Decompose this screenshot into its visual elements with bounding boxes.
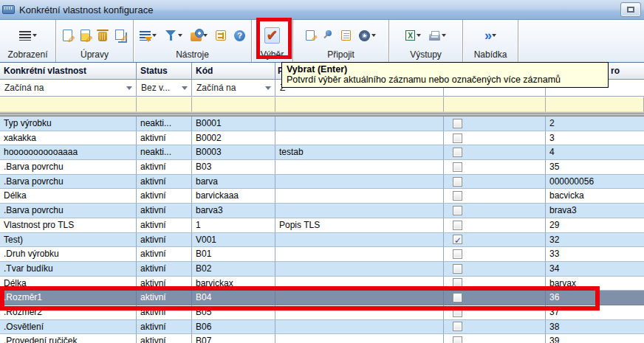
cell-cislo: 39 xyxy=(546,334,644,343)
cell-popis xyxy=(275,160,444,175)
group-label-nastroje: Nástroje xyxy=(134,49,251,62)
row-checkbox[interactable] xyxy=(453,191,462,201)
filter-select-status[interactable]: Bez v... xyxy=(137,80,192,97)
row-checkbox[interactable] xyxy=(453,148,462,157)
column-header-kod[interactable]: Kód xyxy=(192,63,275,80)
sort-button[interactable] xyxy=(138,30,158,42)
cell-kod: barvickax xyxy=(192,277,275,291)
cell-cislo: 29 xyxy=(546,218,644,233)
view-button[interactable] xyxy=(18,30,38,42)
table-row[interactable]: Typ výrobku neakti... B0001 2 xyxy=(0,117,644,131)
table-row[interactable]: Délka aktivní barvickax barvax xyxy=(0,277,644,291)
row-checkbox[interactable] xyxy=(453,293,462,302)
print-button[interactable] xyxy=(428,29,448,42)
filter-button[interactable] xyxy=(163,29,184,42)
row-checkbox[interactable] xyxy=(453,206,462,215)
chevron-down-icon xyxy=(442,34,446,37)
row-checkbox[interactable] xyxy=(453,322,462,331)
cell-konkretni-vlastnost: .Tvar budíku xyxy=(0,262,137,277)
select-button[interactable]: ✔ xyxy=(264,27,281,44)
maximize-button[interactable] xyxy=(620,2,641,17)
row-checkbox[interactable] xyxy=(453,134,462,143)
table-row[interactable]: .Barva povrchu aktivní B03 35 xyxy=(0,160,644,175)
row-checkbox[interactable] xyxy=(453,264,462,274)
filter-input-checkbox[interactable] xyxy=(444,97,546,112)
cell-kod: B02 xyxy=(192,262,275,277)
ruler-app-icon xyxy=(2,5,15,14)
table-row[interactable]: .Rozměr2 aktivní B05 37 xyxy=(0,305,644,320)
filter-input-kod[interactable] xyxy=(192,97,275,112)
help-button[interactable]: ? xyxy=(233,29,247,43)
cell-checkbox xyxy=(444,320,546,335)
new-record-icon xyxy=(63,30,72,41)
cell-checkbox xyxy=(444,233,546,248)
help-icon: ? xyxy=(234,30,245,41)
row-checkbox[interactable] xyxy=(453,249,462,259)
cell-popis xyxy=(275,262,444,277)
row-checkbox[interactable] xyxy=(453,221,462,230)
table-row[interactable]: .Tvar budíku aktivní B02 34 xyxy=(0,262,644,277)
filter-input-vlastnost[interactable] xyxy=(0,97,137,112)
cell-konkretni-vlastnost: .Rozměr1 xyxy=(0,291,137,305)
toolbar-group-zobrazeni: Zobrazení xyxy=(0,20,56,62)
row-checkbox[interactable] xyxy=(453,162,462,172)
table-row[interactable]: .Provedení ručiček aktivní B07 39 xyxy=(0,334,644,343)
cell-status: aktivní xyxy=(137,277,192,291)
media-button[interactable] xyxy=(357,29,377,43)
row-checkbox[interactable] xyxy=(453,119,462,128)
table-row[interactable]: .Druh výrobku aktivní B01 33 xyxy=(0,247,644,262)
note-icon xyxy=(306,30,315,41)
cell-checkbox xyxy=(444,305,546,320)
toolbar-group-nabidka: » Nabídka xyxy=(463,20,518,62)
cell-cislo: bacvicka xyxy=(546,189,644,204)
toolbar: Zobrazení Úpravy ? Nástroje ✔ xyxy=(0,20,644,62)
chevron-down-icon xyxy=(152,34,157,37)
row-checkbox[interactable] xyxy=(453,336,462,343)
row-checkbox[interactable] xyxy=(453,278,462,288)
cell-cislo: 38 xyxy=(546,320,644,335)
toolbar-filler xyxy=(518,20,644,62)
filter-input-cislo[interactable] xyxy=(546,97,644,112)
table-row[interactable]: .Barva povrchu aktivní barva3 brava3 xyxy=(0,204,644,218)
attach-note-button[interactable] xyxy=(304,29,316,42)
cell-popis xyxy=(275,291,444,305)
excel-export-button[interactable]: X xyxy=(404,29,422,42)
table-row[interactable]: .Rozměr1 aktivní B04 36 xyxy=(0,291,644,305)
cell-popis xyxy=(275,277,444,291)
cell-cislo: 33 xyxy=(546,247,644,262)
filter-select-kod[interactable]: Začíná na xyxy=(192,80,275,97)
table-row[interactable]: xakakka aktivní B0002 3 xyxy=(0,131,644,146)
cell-cislo: 36 xyxy=(546,291,644,305)
form-list-icon xyxy=(341,30,351,41)
column-header-konkretni-vlastnost[interactable]: Konkrétní vlastnost xyxy=(0,63,137,80)
new-record-button[interactable] xyxy=(61,28,74,43)
table-row[interactable]: hooooooooooaaaa neakti... B0003 testab 4 xyxy=(0,145,644,160)
edit-record-button[interactable] xyxy=(79,28,92,43)
cell-checkbox xyxy=(444,218,546,233)
cell-checkbox xyxy=(444,117,546,131)
table-row[interactable]: .Barva povrchu aktivní barva 000000056 xyxy=(0,175,644,190)
form-button[interactable] xyxy=(340,29,352,42)
cell-kod: V001 xyxy=(192,233,275,248)
table-row[interactable]: Délka aktivní barvickaaa bacvicka xyxy=(0,189,644,204)
copy-record-button[interactable] xyxy=(114,28,129,44)
column-header-status[interactable]: Status xyxy=(137,63,192,80)
refresh-button[interactable] xyxy=(189,28,209,43)
filter-input-popis[interactable] xyxy=(275,97,444,112)
table-row[interactable]: Vlastnost pro TLS aktivní 1 Popis TLS 29 xyxy=(0,218,644,233)
menu-button[interactable]: » xyxy=(483,29,498,42)
row-checkbox[interactable] xyxy=(453,235,462,244)
chevron-down-icon xyxy=(32,34,37,37)
table-row[interactable]: .Osvětlení aktivní B06 38 xyxy=(0,320,644,335)
table-row[interactable]: Test) aktivní V001 32 xyxy=(0,233,644,248)
pin-button[interactable] xyxy=(321,29,335,42)
cell-kod: B0003 xyxy=(192,145,275,160)
row-checkbox[interactable] xyxy=(453,308,462,317)
delete-record-button[interactable] xyxy=(97,28,109,43)
filter-input-status[interactable] xyxy=(137,97,192,112)
chevron-down-icon xyxy=(178,34,182,37)
cell-status: aktivní xyxy=(137,320,192,335)
filter-select-vlastnost[interactable]: Začíná na xyxy=(0,80,137,97)
settings-button[interactable] xyxy=(214,29,227,42)
row-checkbox[interactable] xyxy=(453,177,462,187)
